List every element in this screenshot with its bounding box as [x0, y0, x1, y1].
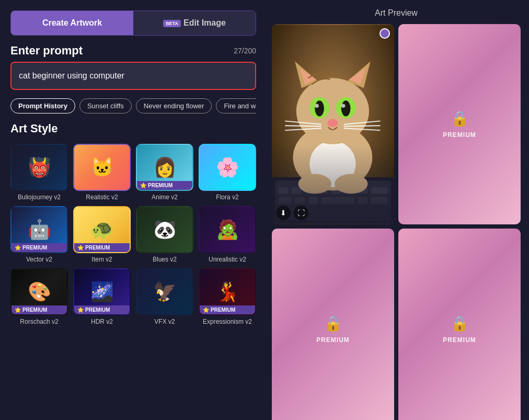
prompt-section: Enter prompt 27/200 [10, 44, 256, 90]
style-name-5: Item v2 [91, 256, 112, 263]
style-name-2: Anime v2 [152, 194, 178, 201]
lock-icon-4: 🔒 [451, 315, 469, 332]
premium-label-3: PREMIUM [316, 336, 350, 344]
prompt-count: 27/200 [234, 47, 256, 55]
preview-cell-4[interactable]: 🔒 PREMIUM [398, 229, 521, 420]
style-name-3: Flora v2 [216, 194, 238, 201]
selected-indicator [380, 28, 390, 39]
premium-overlay-9: ⭐PREMIUM [74, 305, 130, 314]
style-thumb-1: 🐱 [73, 144, 131, 191]
svg-line-32 [285, 126, 321, 126]
style-thumb-9: 🌌⭐PREMIUM [73, 268, 131, 315]
style-name-0: Buliojourney v2 [18, 194, 61, 201]
left-panel: Create Artwork BETAEdit Image Enter prom… [0, 0, 267, 420]
style-thumb-5: 🐢⭐PREMIUM [73, 206, 131, 253]
art-style-label: Art Style [10, 122, 256, 135]
svg-point-30 [327, 119, 338, 127]
preview-grid: ⬇ ⛶ 🔒 PREMIUM 🔒 PREMIUM 🔒 PREMIUM [272, 24, 521, 420]
style-thumb-7: 🧟 [199, 206, 256, 253]
svg-line-35 [344, 126, 381, 126]
preview-cell-3[interactable]: 🔒 PREMIUM [272, 229, 394, 420]
style-item-7[interactable]: 🧟Unrealistic v2 [199, 206, 256, 263]
premium-label-4: PREMIUM [443, 336, 476, 344]
style-item-0[interactable]: 👹Buliojourney v2 [10, 144, 68, 201]
style-thumb-3: 🌸 [199, 144, 256, 191]
svg-point-28 [315, 104, 319, 108]
preview-cell-2[interactable]: 🔒 PREMIUM [398, 24, 521, 224]
lock-icon-2: 🔒 [451, 110, 469, 127]
cat-image [272, 24, 394, 224]
premium-overlay-5: ⭐PREMIUM [74, 243, 130, 252]
preview-action-icons: ⬇ ⛶ [276, 206, 308, 220]
chip-2[interactable]: Never ending flower [136, 98, 212, 113]
right-panel: Art Preview [267, 0, 529, 420]
style-grid: 👹Buliojourney v2🐱Realistic v2👩⭐PREMIUMAn… [10, 144, 256, 325]
premium-overlay-4: ⭐PREMIUM [12, 243, 67, 252]
style-name-4: Vector v2 [26, 256, 52, 263]
tab-bar: Create Artwork BETAEdit Image [10, 10, 256, 36]
lock-icon-3: 🔒 [324, 315, 342, 332]
svg-point-27 [341, 100, 351, 116]
style-item-1[interactable]: 🐱Realistic v2 [73, 144, 131, 201]
prompt-label: Enter prompt [10, 44, 83, 58]
style-name-9: HDR v2 [91, 318, 113, 325]
style-item-6[interactable]: 🐼Blues v2 [136, 206, 193, 263]
tab-edit-label: Edit Image [183, 18, 226, 27]
svg-point-26 [315, 100, 324, 116]
svg-point-19 [296, 78, 369, 144]
tab-create-artwork[interactable]: Create Artwork [11, 11, 133, 35]
style-name-11: Expressionism v2 [203, 318, 252, 325]
style-item-4[interactable]: 🤖⭐PREMIUMVector v2 [10, 206, 68, 263]
style-thumb-11: 💃⭐PREMIUM [199, 268, 256, 315]
prompt-header: Enter prompt 27/200 [10, 44, 256, 58]
style-item-8[interactable]: 🎨⭐PREMIUMRorschach v2 [10, 268, 68, 325]
style-name-7: Unrealistic v2 [209, 256, 246, 263]
style-thumb-6: 🐼 [136, 206, 193, 253]
chip-1[interactable]: Sunset cliffs [79, 98, 132, 113]
premium-overlay-11: ⭐PREMIUM [200, 305, 255, 314]
premium-overlay-8: ⭐PREMIUM [12, 305, 67, 314]
chips-row: Prompt HistorySunset cliffsNever ending … [10, 98, 256, 113]
art-preview-title: Art Preview [272, 8, 521, 18]
chip-0[interactable]: Prompt History [10, 98, 75, 113]
premium-label-2: PREMIUM [443, 131, 476, 139]
tab-edit-image[interactable]: BETAEdit Image [133, 11, 256, 35]
expand-icon-btn[interactable]: ⛶ [294, 206, 308, 220]
style-thumb-0: 👹 [10, 144, 68, 191]
style-thumb-4: 🤖⭐PREMIUM [10, 206, 68, 253]
style-item-2[interactable]: 👩⭐PREMIUMAnime v2 [136, 144, 193, 201]
style-name-8: Rorschach v2 [20, 318, 58, 325]
style-item-3[interactable]: 🌸Flora v2 [199, 144, 256, 201]
style-item-10[interactable]: 🦅VFX v2 [136, 268, 193, 325]
download-icon-btn[interactable]: ⬇ [276, 206, 291, 220]
style-thumb-2: 👩⭐PREMIUM [136, 144, 193, 191]
chip-3[interactable]: Fire and w... [216, 98, 256, 113]
premium-overlay-2: ⭐PREMIUM [137, 181, 192, 190]
tab-create-label: Create Artwork [42, 18, 102, 27]
prompt-input[interactable] [10, 62, 256, 90]
style-thumb-10: 🦅 [136, 268, 193, 315]
style-name-10: VFX v2 [154, 318, 175, 325]
style-thumb-8: 🎨⭐PREMIUM [10, 268, 68, 315]
style-name-6: Blues v2 [153, 256, 177, 263]
style-name-1: Realistic v2 [86, 194, 118, 201]
style-item-9[interactable]: 🌌⭐PREMIUMHDR v2 [73, 268, 131, 325]
beta-badge: BETA [163, 20, 181, 27]
style-item-5[interactable]: 🐢⭐PREMIUMItem v2 [73, 206, 131, 263]
svg-point-29 [341, 104, 346, 108]
style-item-11[interactable]: 💃⭐PREMIUMExpressionism v2 [199, 268, 256, 325]
preview-cell-1[interactable]: ⬇ ⛶ [272, 24, 394, 224]
